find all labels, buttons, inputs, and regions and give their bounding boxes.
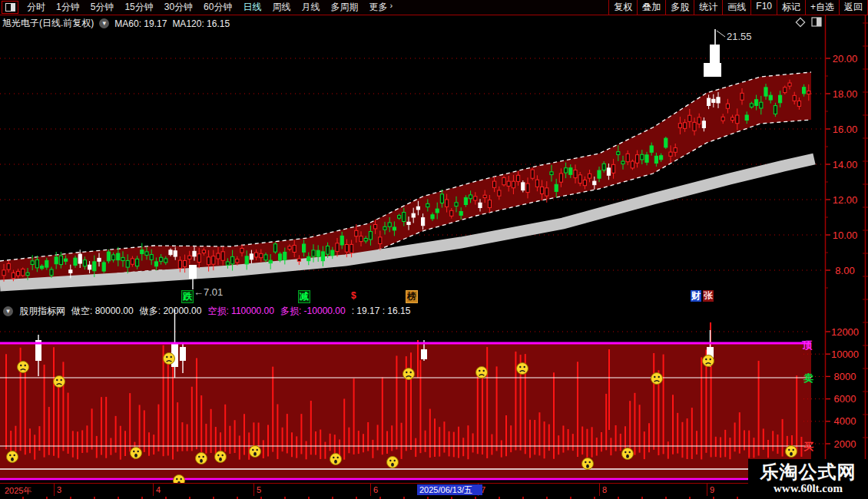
- period-menu: 分时1分钟5分钟15分钟30分钟60分钟日线周线月线多周期更多›: [22, 1, 393, 14]
- smiley-face-marker: [330, 454, 342, 465]
- stock-title: 旭光电子(日线.前复权): [2, 17, 94, 30]
- signal-label: 卖: [803, 372, 813, 384]
- toolbar-period-5[interactable]: 60分钟: [198, 1, 237, 14]
- indicator-axis-label: 4000: [834, 415, 856, 427]
- watermark-title: 乐淘公式网: [760, 463, 856, 482]
- signal-label: 顶: [802, 339, 813, 351]
- candle: [664, 137, 668, 149]
- indicator-header-part-5: : 19.17 : 16.15: [352, 306, 411, 316]
- candle: [631, 160, 634, 170]
- price-axis-label: 8.00: [835, 265, 854, 276]
- banner-marker-4[interactable]: 财: [691, 290, 701, 302]
- chart-title-row: 旭光电子(日线.前复权) ▾ MA60: 19.17 MA120: 16.15: [2, 17, 230, 30]
- more-chevron-icon: ›: [389, 1, 393, 14]
- indicator-header-part-3: 空损: 110000.00: [207, 305, 274, 318]
- year-label: 2025年: [5, 485, 31, 497]
- diamond-icon[interactable]: [796, 18, 804, 26]
- price-axis-label: 10.00: [833, 230, 858, 241]
- sad-face-marker: [403, 368, 415, 380]
- price-axis-label: 20.00: [833, 53, 858, 64]
- toolbar-period-4[interactable]: 30分钟: [159, 1, 198, 14]
- collapse-chevron-icon[interactable]: ▾: [3, 306, 13, 316]
- layout-split-icon[interactable]: [2, 1, 18, 14]
- toolbar-period-3[interactable]: 15分钟: [119, 1, 158, 14]
- toolbar-period-0[interactable]: 分时: [22, 1, 51, 14]
- candle: [102, 260, 105, 273]
- banner-marker-0[interactable]: 跌: [181, 290, 194, 303]
- watermark: 乐淘公式网 www.60lt.com: [748, 459, 868, 499]
- toolbar-action-3[interactable]: 统计: [694, 0, 723, 15]
- toolbar-period-9[interactable]: 多周期: [325, 1, 363, 14]
- action-menu: 复权叠加多股统计画线F10标记+自选返回: [609, 0, 868, 15]
- indicator-header-part-4: 多损: -10000.00: [280, 305, 346, 318]
- chevron-down-icon[interactable]: ▾: [99, 18, 109, 28]
- toolbar-period-7[interactable]: 周线: [267, 1, 296, 14]
- indicator-axis-label: 12000: [831, 326, 859, 338]
- toolbar-period-6[interactable]: 日线: [237, 1, 267, 14]
- month-label: 6: [373, 485, 378, 494]
- month-label: 9: [710, 485, 714, 494]
- sad-face-marker: [476, 367, 488, 378]
- smiley-face-marker: [387, 457, 399, 468]
- sad-face-marker: [164, 353, 175, 365]
- indicator-header-part-0: 股朋指标网: [19, 305, 65, 318]
- indicator-header-part-2: 做多: 20000.00: [140, 305, 202, 318]
- price-annotation: 21.55: [727, 31, 752, 42]
- date-tick: [153, 484, 154, 496]
- date-axis[interactable]: 2025年34567892025/06/13/五: [0, 483, 868, 497]
- banner-marker-2[interactable]: $: [350, 290, 357, 302]
- indicator-axis-label: 6000: [834, 393, 856, 405]
- smiley-face-marker: [215, 451, 227, 463]
- indicator-axis-label: 10000: [831, 349, 859, 360]
- banner-marker-3[interactable]: 榜: [406, 290, 418, 303]
- toolbar-action-0[interactable]: 复权: [608, 0, 638, 15]
- banner-marker-5[interactable]: 张: [703, 290, 714, 302]
- toolbar-period-8[interactable]: 月线: [296, 1, 325, 14]
- price-annotation: ←7.01: [194, 286, 223, 298]
- toolbar-action-1[interactable]: 叠加: [637, 0, 666, 15]
- toolbar-action-4[interactable]: 画线: [722, 0, 751, 15]
- candle: [531, 168, 534, 180]
- month-label: 4: [156, 485, 161, 494]
- price-axis-label: 12.00: [833, 194, 858, 206]
- split-window-icon[interactable]: [812, 18, 821, 26]
- smiley-face-marker: [250, 446, 261, 458]
- month-label: 5: [257, 485, 261, 494]
- indicator-header: ▾ 股朋指标网做空: 80000.00做多: 20000.00空损: 11000…: [0, 304, 817, 318]
- date-tick: [707, 484, 707, 496]
- candle: [273, 242, 277, 253]
- candle: [22, 267, 25, 277]
- date-tick: [253, 484, 254, 496]
- toolbar-action-7[interactable]: +自选: [805, 0, 840, 15]
- month-label: 3: [57, 485, 61, 494]
- date-tick: [370, 484, 371, 496]
- smiley-face-marker: [7, 451, 18, 463]
- toolbar-action-6[interactable]: 标记: [777, 0, 806, 15]
- watermark-url: www.60lt.com: [774, 482, 843, 495]
- sad-face-marker: [651, 373, 663, 385]
- banner-marker-1[interactable]: 减: [298, 290, 310, 303]
- candle: [502, 176, 505, 186]
- toolbar-period-1[interactable]: 1分钟: [51, 1, 85, 14]
- toolbar-action-5[interactable]: F10: [750, 0, 777, 15]
- price-axis-label: 16.00: [833, 124, 858, 135]
- sad-face-marker: [54, 376, 65, 388]
- ma120-value: MA120: 16.15: [172, 18, 230, 29]
- signal-label: 买: [803, 441, 813, 452]
- smiley-face-marker: [786, 446, 797, 458]
- top-toolbar: 分时1分钟5分钟15分钟30分钟60分钟日线周线月线多周期更多› 复权叠加多股统…: [0, 0, 868, 15]
- toolbar-action-8[interactable]: 返回: [839, 0, 868, 15]
- month-label: 8: [602, 485, 607, 494]
- sad-face-marker: [703, 355, 714, 367]
- toolbar-period-2[interactable]: 5分钟: [85, 1, 120, 14]
- ma60-value: MA60: 19.17: [114, 18, 167, 29]
- date-tick: [54, 484, 55, 496]
- smiley-face-marker: [131, 448, 142, 459]
- indicator-axis-label: 8000: [834, 371, 856, 382]
- selected-date-label: 2025/06/13/五: [417, 484, 482, 495]
- toolbar-period-10[interactable]: 更多: [363, 1, 393, 14]
- sad-face-marker: [517, 363, 528, 375]
- indicator-header-part-1: 做空: 80000.00: [71, 305, 134, 318]
- toolbar-action-2[interactable]: 多股: [665, 0, 694, 15]
- price-axis-label: 18.00: [833, 88, 858, 100]
